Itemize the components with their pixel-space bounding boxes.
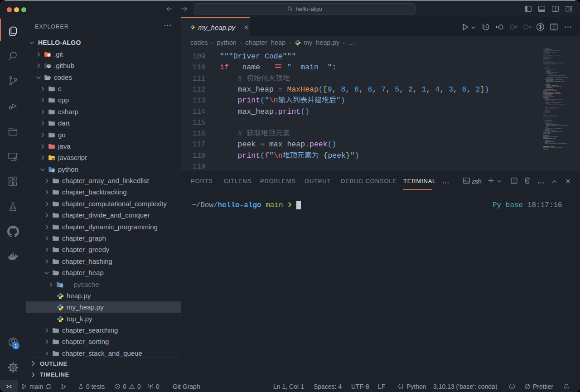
svg-text:JS: JS — [52, 157, 55, 160]
